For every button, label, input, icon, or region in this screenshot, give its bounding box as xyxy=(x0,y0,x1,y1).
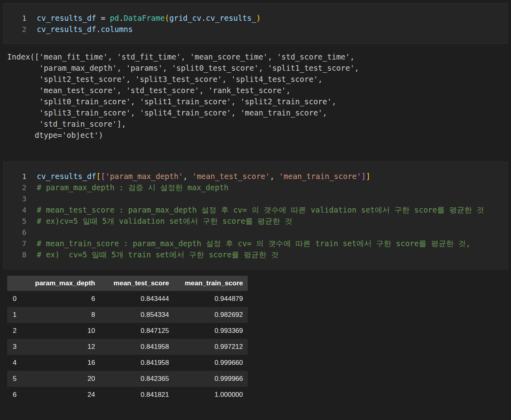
notebook: 1cv_results_df = pd.DataFrame(grid_cv.cv… xyxy=(0,0,511,406)
cell-value: 0.847125 xyxy=(100,323,174,339)
dataframe-header-row: param_max_depthmean_test_scoremean_train… xyxy=(7,276,248,291)
code-line[interactable]: 1cv_results_df[['param_max_depth', 'mean… xyxy=(4,171,507,182)
table-row: 5200.8423650.999966 xyxy=(7,371,248,387)
line-number: 7 xyxy=(4,238,26,249)
index-output: Index(['mean_fit_time', 'std_fit_time', … xyxy=(7,51,508,141)
cell-value: 8 xyxy=(26,307,100,323)
cell-value: 0.842365 xyxy=(100,371,174,387)
code-text: cv_results_df.columns xyxy=(37,25,133,34)
cell-value: 0.854334 xyxy=(100,307,174,323)
column-header-mean_train_score: mean_train_score xyxy=(174,276,248,291)
cell-value: 0.997212 xyxy=(174,339,248,355)
code-text: cv_results_df = pd.DataFrame(grid_cv.cv_… xyxy=(37,14,261,22)
row-index: 6 xyxy=(7,387,26,403)
cell-value: 24 xyxy=(26,387,100,403)
code-text: # ex)cv=5 일때 5개 validation set에서 구한 scor… xyxy=(37,217,292,225)
line-number: 5 xyxy=(4,216,26,227)
code-line[interactable]: 1cv_results_df = pd.DataFrame(grid_cv.cv… xyxy=(4,12,507,24)
code-line[interactable]: 4# mean_test_score : param_max_depth 설정 … xyxy=(4,204,507,215)
dataframe-table: param_max_depthmean_test_scoremean_train… xyxy=(7,276,248,403)
code-text: # param_max_depth : 검증 시 설정한 max_depth xyxy=(37,183,229,192)
column-header-mean_test_score: mean_test_score xyxy=(100,276,174,291)
row-index: 4 xyxy=(7,355,26,371)
line-number: 2 xyxy=(4,182,26,193)
code-cell-1[interactable]: 1cv_results_df = pd.DataFrame(grid_cv.cv… xyxy=(3,3,508,44)
dataframe-output: param_max_depthmean_test_scoremean_train… xyxy=(7,276,508,403)
code-line[interactable]: 2cv_results_df.columns xyxy=(4,24,507,35)
cell-value: 0.993369 xyxy=(174,323,248,339)
cell-value: 12 xyxy=(26,339,100,355)
code-line[interactable]: 5# ex)cv=5 일때 5개 validation set에서 구한 sco… xyxy=(4,215,507,227)
code-text: # mean_train_score : param_max_depth 설정 … xyxy=(37,239,471,248)
line-number: 4 xyxy=(4,205,26,216)
table-row: 4160.8419580.999660 xyxy=(7,355,248,371)
line-number: 3 xyxy=(4,193,26,205)
line-number: 6 xyxy=(4,227,26,238)
code-line[interactable]: 8# ex) cv=5 일때 5개 train set에서 구한 score를 … xyxy=(4,249,507,260)
line-number: 1 xyxy=(4,171,26,182)
line-number: 8 xyxy=(4,249,26,261)
code-text: cv_results_df[['param_max_depth', 'mean_… xyxy=(37,172,370,181)
row-index: 5 xyxy=(7,371,26,387)
row-index: 1 xyxy=(7,307,26,323)
column-header-param_max_depth: param_max_depth xyxy=(26,276,100,291)
cell-value: 0.944879 xyxy=(174,291,248,307)
cell-value: 0.843444 xyxy=(100,291,174,307)
table-row: 180.8543340.982692 xyxy=(7,307,248,323)
table-row: 3120.8419580.997212 xyxy=(7,339,248,355)
code-line[interactable]: 3 xyxy=(4,193,507,204)
code-line[interactable]: 7# mean_train_score : param_max_depth 설정… xyxy=(4,238,507,249)
code-line[interactable]: 2# param_max_depth : 검증 시 설정한 max_depth xyxy=(4,182,507,193)
cell-value: 16 xyxy=(26,355,100,371)
cell-value: 0.841958 xyxy=(100,339,174,355)
cell-value: 6 xyxy=(26,291,100,307)
table-row: 060.8434440.944879 xyxy=(7,291,248,307)
line-number: 2 xyxy=(4,24,26,35)
row-index: 3 xyxy=(7,339,26,355)
table-row: 2100.8471250.993369 xyxy=(7,323,248,339)
row-index: 2 xyxy=(7,323,26,339)
line-number: 1 xyxy=(4,13,26,24)
index-column-header xyxy=(7,276,26,291)
code-text: # mean_test_score : param_max_depth 설정 후… xyxy=(37,205,484,214)
row-index: 0 xyxy=(7,291,26,307)
table-row: 6240.8418211.000000 xyxy=(7,387,248,403)
code-text: # ex) cv=5 일때 5개 train set에서 구한 score를 평… xyxy=(37,250,279,259)
cell-value: 0.841958 xyxy=(100,355,174,371)
cell-value: 0.999660 xyxy=(174,355,248,371)
cell-value: 10 xyxy=(26,323,100,339)
code-cell-2[interactable]: 1cv_results_df[['param_max_depth', 'mean… xyxy=(3,161,508,269)
cell-value: 0.841821 xyxy=(100,387,174,403)
cell-value: 0.999966 xyxy=(174,371,248,387)
dataframe-body: 060.8434440.944879180.8543340.9826922100… xyxy=(7,291,248,403)
cell-value: 0.982692 xyxy=(174,307,248,323)
cell-value: 1.000000 xyxy=(174,387,248,403)
code-line[interactable]: 6 xyxy=(4,227,507,238)
cell-value: 20 xyxy=(26,371,100,387)
